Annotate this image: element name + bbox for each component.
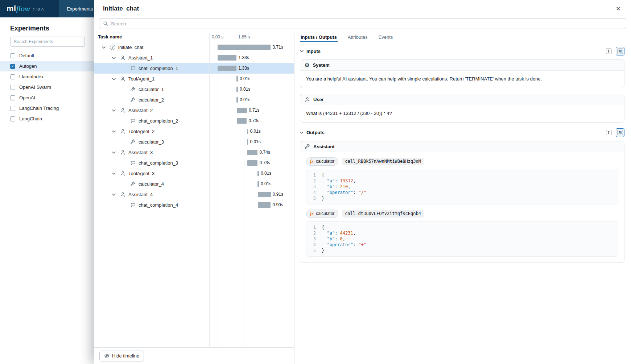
span-row[interactable]: ?initiate_chat3.71s [94,42,294,53]
duration-label: 0.01s [240,97,250,103]
duration-bar[interactable] [258,192,271,197]
span-row[interactable]: chat_completion_30.73s [94,158,294,168]
experiment-checkbox[interactable] [10,74,15,79]
span-row[interactable]: Assistant_30.74s [94,147,294,158]
code-line: 1{ [311,172,614,178]
duration-bar[interactable] [218,45,271,50]
tool-call-header: fxcalculatorcall_RBBk57nAwnNMtiWBeBHzq3o… [306,157,618,166]
chevron-down-icon[interactable] [110,109,117,112]
experiment-label: OpenAI [19,95,35,100]
chevron-down-icon[interactable] [110,78,117,80]
gear-icon: ⚙ [305,62,309,68]
span-row[interactable]: Assistant_40.91s [94,189,294,200]
tool-call-id: call_dt3u0vLFOYv2itYgfscEqnb4 [342,210,424,218]
agent-icon [120,108,126,113]
span-row[interactable]: ToolAgent_10.01s [94,74,294,84]
render-text-toggle[interactable]: T [604,47,613,55]
code-token: "a" [327,178,335,184]
inputs-section-header: Inputs T M [300,47,624,55]
duration-bar[interactable] [236,87,238,92]
code-token: "b" [327,236,335,242]
experiment-checkbox[interactable]: ✓ [10,64,15,69]
chevron-down-icon[interactable] [100,46,107,49]
span-row[interactable]: calculator_40.01s [94,179,294,189]
duration-bar[interactable] [236,76,238,82]
span-row[interactable]: ToolAgent_20.01s [94,126,294,137]
chevron-down-icon[interactable] [300,132,304,134]
render-markdown-toggle[interactable]: M [616,47,624,55]
duration-bar[interactable] [236,97,238,103]
experiment-checkbox[interactable] [10,53,15,58]
render-markdown-toggle[interactable]: M [616,128,624,137]
duration-bar[interactable] [247,139,248,145]
experiment-item-langchain-tracing[interactable]: LangChain Tracing [0,103,94,113]
experiments-sidebar: Experiments Default✓AutogenLlamaIndexOpe… [0,17,94,364]
code-token [322,190,327,195]
span-row[interactable]: chat_completion_20.70s [94,116,294,126]
code-line: 4 "operator": "/" [311,190,614,195]
code-token: , [343,236,345,242]
experiment-item-langchain[interactable]: LangChain [0,113,94,124]
duration-bar[interactable] [237,108,247,113]
experiment-item-openai-swarm[interactable]: OpenAI Swarm [0,82,94,92]
duration-bar[interactable] [218,55,236,61]
tree-timeline-divider [209,33,210,364]
chevron-down-icon[interactable] [300,50,304,52]
chevron-down-icon[interactable] [110,131,117,133]
span-row[interactable]: chat_completion_11.33s [94,63,294,74]
experiment-checkbox[interactable] [10,95,15,100]
duration-bar[interactable] [257,181,259,187]
trace-tree-pane: Task name 0.00 s1.85 s ?initiate_chat3.7… [94,33,294,364]
timeline-cell: 0.90s [209,200,294,210]
span-row[interactable]: calculator_30.01s [94,137,294,147]
tab-attributes[interactable]: Attributes [347,33,368,42]
span-name: ToolAgent_3 [128,171,154,176]
span-name-cell: Assistant_2 [94,105,209,116]
experiment-label: Autogen [19,63,37,69]
duration-bar[interactable] [218,66,236,71]
experiment-checkbox[interactable] [10,106,15,111]
tab-events[interactable]: Events [378,33,394,42]
span-row[interactable]: Assistant_20.71s [94,105,294,116]
experiment-item-default[interactable]: Default [0,50,94,61]
duration-label: 0.70s [248,118,259,124]
experiment-item-openai[interactable]: OpenAI [0,92,94,103]
span-search-input[interactable] [111,21,622,26]
close-icon[interactable]: ✕ [614,4,622,13]
experiments-search-input[interactable] [14,39,81,44]
experiment-item-autogen[interactable]: ✓Autogen [0,61,94,71]
chevron-down-icon[interactable] [110,173,117,175]
duration-bar[interactable] [247,150,257,155]
line-number: 5 [311,195,316,201]
duration-bar[interactable] [257,171,259,176]
span-row[interactable]: ToolAgent_30.01s [94,168,294,179]
message-role-label: Assistant [313,144,335,149]
hide-timeline-button[interactable]: Hide timeline [99,351,144,361]
experiment-label: OpenAI Swarm [19,84,51,90]
chevron-down-icon[interactable] [110,194,117,196]
span-row[interactable]: Assistant_11.33s [94,53,294,63]
duration-bar[interactable] [258,202,271,208]
version-label: 2.18.0 [33,8,44,12]
span-row[interactable]: calculator_10.01s [94,84,294,95]
code-line: 2 "a": 44231, [311,230,614,236]
timeline-cell: 0.01s [209,84,294,95]
experiment-checkbox[interactable] [10,116,15,121]
span-row[interactable]: chat_completion_40.90s [94,200,294,210]
duration-bar[interactable] [237,118,247,124]
chevron-down-icon[interactable] [110,152,117,154]
duration-label: 1.33s [238,55,249,61]
render-text-toggle[interactable]: T [604,128,613,137]
span-row[interactable]: calculator_20.01s [94,95,294,105]
duration-bar[interactable] [247,129,248,134]
question-icon: ? [110,45,116,50]
tab-inputs-outputs[interactable]: Inputs / Outputs [300,33,338,42]
duration-bar[interactable] [247,160,258,166]
line-number: 4 [311,242,316,248]
experiment-checkbox[interactable] [10,85,15,90]
duration-label: 1.33s [238,66,249,71]
experiment-item-llamaindex[interactable]: LlamaIndex [0,71,94,82]
chevron-down-icon[interactable] [110,57,117,59]
timeline-cell: 0.74s [209,147,294,158]
chat-icon [130,118,136,124]
